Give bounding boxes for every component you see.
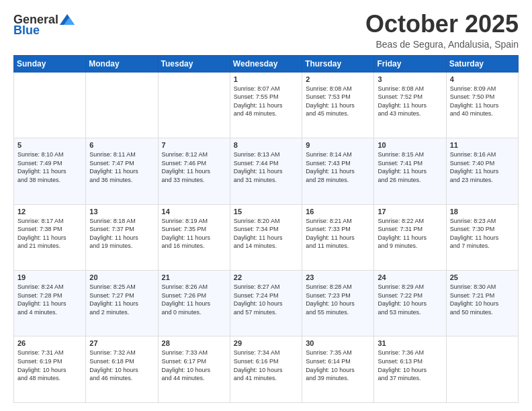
- day-info: Sunrise: 8:17 AM Sunset: 7:38 PM Dayligh…: [17, 217, 82, 250]
- day-info: Sunrise: 7:31 AM Sunset: 6:19 PM Dayligh…: [17, 349, 82, 382]
- calendar-cell: 28Sunrise: 7:33 AM Sunset: 6:17 PM Dayli…: [158, 336, 230, 403]
- week-row-3: 19Sunrise: 8:24 AM Sunset: 7:28 PM Dayli…: [14, 271, 519, 336]
- day-number: 31: [378, 339, 442, 347]
- day-number: 11: [450, 141, 515, 149]
- week-row-2: 12Sunrise: 8:17 AM Sunset: 7:38 PM Dayli…: [14, 204, 519, 270]
- calendar-cell: 2Sunrise: 8:08 AM Sunset: 7:53 PM Daylig…: [302, 72, 374, 138]
- day-info: Sunrise: 8:11 AM Sunset: 7:47 PM Dayligh…: [89, 150, 154, 184]
- calendar-cell: 9Sunrise: 8:14 AM Sunset: 7:43 PM Daylig…: [302, 138, 374, 204]
- calendar-cell: 24Sunrise: 8:29 AM Sunset: 7:22 PM Dayli…: [374, 271, 446, 336]
- day-info: Sunrise: 8:24 AM Sunset: 7:28 PM Dayligh…: [17, 283, 82, 316]
- day-info: Sunrise: 7:35 AM Sunset: 6:14 PM Dayligh…: [306, 349, 370, 382]
- calendar-cell: 5Sunrise: 8:10 AM Sunset: 7:49 PM Daylig…: [14, 138, 86, 204]
- calendar-cell: 17Sunrise: 8:22 AM Sunset: 7:31 PM Dayli…: [374, 204, 446, 270]
- day-number: 7: [162, 141, 226, 149]
- day-number: 20: [89, 273, 154, 281]
- day-info: Sunrise: 8:28 AM Sunset: 7:23 PM Dayligh…: [306, 283, 370, 316]
- day-info: Sunrise: 8:15 AM Sunset: 7:41 PM Dayligh…: [378, 150, 442, 184]
- day-number: 22: [234, 273, 298, 281]
- calendar-cell: 23Sunrise: 8:28 AM Sunset: 7:23 PM Dayli…: [302, 271, 374, 336]
- day-number: 29: [234, 339, 298, 347]
- calendar-cell: 31Sunrise: 7:36 AM Sunset: 6:13 PM Dayli…: [374, 336, 446, 403]
- day-info: Sunrise: 8:20 AM Sunset: 7:34 PM Dayligh…: [234, 217, 298, 250]
- calendar-cell: 10Sunrise: 8:15 AM Sunset: 7:41 PM Dayli…: [374, 138, 446, 204]
- day-info: Sunrise: 7:36 AM Sunset: 6:13 PM Dayligh…: [378, 349, 442, 382]
- week-row-1: 5Sunrise: 8:10 AM Sunset: 7:49 PM Daylig…: [14, 138, 519, 204]
- month-title: October 2025: [365, 11, 519, 38]
- day-info: Sunrise: 8:30 AM Sunset: 7:21 PM Dayligh…: [450, 283, 515, 316]
- day-number: 21: [162, 273, 226, 281]
- day-number: 30: [306, 339, 370, 347]
- calendar-cell: 26Sunrise: 7:31 AM Sunset: 6:19 PM Dayli…: [14, 336, 86, 403]
- day-info: Sunrise: 8:08 AM Sunset: 7:52 PM Dayligh…: [378, 85, 442, 118]
- calendar-cell: 27Sunrise: 7:32 AM Sunset: 6:18 PM Dayli…: [86, 336, 158, 403]
- day-number: 14: [162, 208, 226, 216]
- col-wednesday: Wednesday: [230, 55, 302, 72]
- calendar-cell: 4Sunrise: 8:09 AM Sunset: 7:50 PM Daylig…: [446, 72, 518, 138]
- day-info: Sunrise: 8:07 AM Sunset: 7:55 PM Dayligh…: [234, 85, 298, 118]
- logo-icon: [60, 14, 75, 25]
- page: General Blue October 2025 Beas de Segura…: [0, 0, 532, 411]
- day-info: Sunrise: 8:10 AM Sunset: 7:49 PM Dayligh…: [17, 150, 82, 184]
- day-number: 17: [378, 208, 442, 216]
- calendar-cell: 16Sunrise: 8:21 AM Sunset: 7:33 PM Dayli…: [302, 204, 374, 270]
- day-number: 8: [234, 141, 298, 149]
- day-info: Sunrise: 8:21 AM Sunset: 7:33 PM Dayligh…: [306, 217, 370, 250]
- day-info: Sunrise: 8:13 AM Sunset: 7:44 PM Dayligh…: [234, 150, 298, 184]
- day-info: Sunrise: 7:33 AM Sunset: 6:17 PM Dayligh…: [162, 349, 226, 382]
- day-number: 27: [89, 339, 154, 347]
- day-info: Sunrise: 8:08 AM Sunset: 7:53 PM Dayligh…: [306, 85, 370, 118]
- day-number: 26: [17, 339, 82, 347]
- day-number: 15: [234, 208, 298, 216]
- day-number: 23: [306, 273, 370, 281]
- day-number: 5: [17, 141, 82, 149]
- day-info: Sunrise: 8:16 AM Sunset: 7:40 PM Dayligh…: [450, 150, 515, 184]
- calendar-cell: 3Sunrise: 8:08 AM Sunset: 7:52 PM Daylig…: [374, 72, 446, 138]
- calendar-cell: 12Sunrise: 8:17 AM Sunset: 7:38 PM Dayli…: [14, 204, 86, 270]
- calendar-cell: 11Sunrise: 8:16 AM Sunset: 7:40 PM Dayli…: [446, 138, 518, 204]
- day-number: 6: [89, 141, 154, 149]
- location-title: Beas de Segura, Andalusia, Spain: [365, 39, 519, 50]
- day-info: Sunrise: 8:26 AM Sunset: 7:26 PM Dayligh…: [162, 283, 226, 316]
- day-info: Sunrise: 8:27 AM Sunset: 7:24 PM Dayligh…: [234, 283, 298, 316]
- day-number: 16: [306, 208, 370, 216]
- calendar-cell: 30Sunrise: 7:35 AM Sunset: 6:14 PM Dayli…: [302, 336, 374, 403]
- col-friday: Friday: [374, 55, 446, 72]
- day-info: Sunrise: 8:25 AM Sunset: 7:27 PM Dayligh…: [89, 283, 154, 316]
- day-number: 25: [450, 273, 515, 281]
- calendar-cell: 6Sunrise: 8:11 AM Sunset: 7:47 PM Daylig…: [86, 138, 158, 204]
- col-monday: Monday: [86, 55, 158, 72]
- day-number: 24: [378, 273, 442, 281]
- day-number: 10: [378, 141, 442, 149]
- calendar-cell: 8Sunrise: 8:13 AM Sunset: 7:44 PM Daylig…: [230, 138, 302, 204]
- day-number: 3: [378, 75, 442, 83]
- calendar-cell: 14Sunrise: 8:19 AM Sunset: 7:35 PM Dayli…: [158, 204, 230, 270]
- day-info: Sunrise: 8:29 AM Sunset: 7:22 PM Dayligh…: [378, 283, 442, 316]
- calendar-cell: 13Sunrise: 8:18 AM Sunset: 7:37 PM Dayli…: [86, 204, 158, 270]
- day-number: 12: [17, 208, 82, 216]
- calendar-cell: 22Sunrise: 8:27 AM Sunset: 7:24 PM Dayli…: [230, 271, 302, 336]
- day-info: Sunrise: 8:22 AM Sunset: 7:31 PM Dayligh…: [378, 217, 442, 250]
- calendar-cell: 1Sunrise: 8:07 AM Sunset: 7:55 PM Daylig…: [230, 72, 302, 138]
- day-info: Sunrise: 8:12 AM Sunset: 7:46 PM Dayligh…: [162, 150, 226, 184]
- day-info: Sunrise: 8:14 AM Sunset: 7:43 PM Dayligh…: [306, 150, 370, 184]
- col-thursday: Thursday: [302, 55, 374, 72]
- calendar-cell: 25Sunrise: 8:30 AM Sunset: 7:21 PM Dayli…: [446, 271, 518, 336]
- day-number: 18: [450, 208, 515, 216]
- calendar-cell: [446, 336, 518, 403]
- calendar-cell: 29Sunrise: 7:34 AM Sunset: 6:16 PM Dayli…: [230, 336, 302, 403]
- logo: General Blue: [13, 13, 75, 36]
- day-number: 9: [306, 141, 370, 149]
- day-number: 2: [306, 75, 370, 83]
- day-number: 4: [450, 75, 515, 83]
- calendar-cell: 19Sunrise: 8:24 AM Sunset: 7:28 PM Dayli…: [14, 271, 86, 336]
- day-info: Sunrise: 7:34 AM Sunset: 6:16 PM Dayligh…: [234, 349, 298, 382]
- col-tuesday: Tuesday: [158, 55, 230, 72]
- day-info: Sunrise: 8:19 AM Sunset: 7:35 PM Dayligh…: [162, 217, 226, 250]
- logo-blue-text: Blue: [13, 24, 40, 36]
- col-saturday: Saturday: [446, 55, 518, 72]
- day-number: 1: [234, 75, 298, 83]
- header: General Blue October 2025 Beas de Segura…: [13, 11, 519, 50]
- week-row-4: 26Sunrise: 7:31 AM Sunset: 6:19 PM Dayli…: [14, 336, 519, 403]
- calendar-cell: 21Sunrise: 8:26 AM Sunset: 7:26 PM Dayli…: [158, 271, 230, 336]
